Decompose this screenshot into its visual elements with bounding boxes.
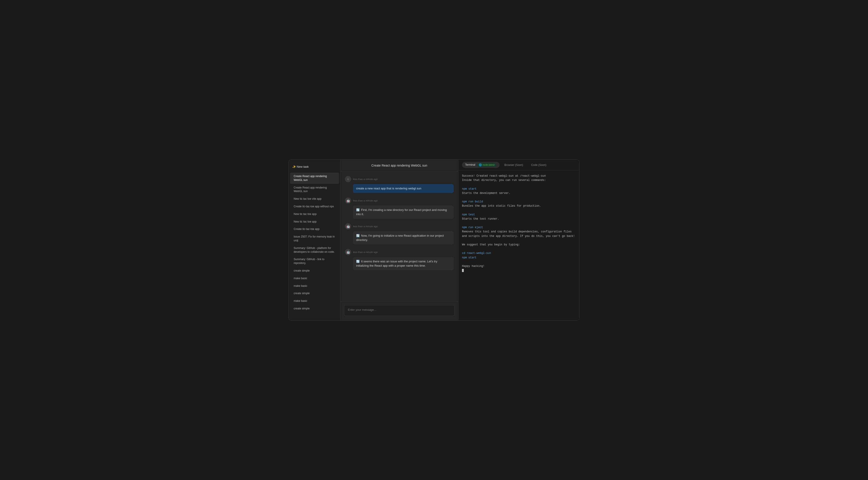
- message-group-msg-3: 🤖less than a minute ago🔄Now, I'm going t…: [345, 223, 454, 244]
- sidebar-item-item-13[interactable]: make basic: [290, 282, 339, 290]
- terminal-line: [462, 182, 576, 187]
- message-bubble: 🔄It seems there was an issue with the pr…: [353, 257, 454, 270]
- sidebar-item-item-15[interactable]: make basic: [290, 297, 339, 305]
- sidebar-item-item-16[interactable]: create simple: [290, 305, 339, 312]
- sidebar-item-item-7[interactable]: Create tic-tac-toe app: [290, 226, 339, 233]
- terminal-tab-tab-terminal[interactable]: Terminal 🌐 node:latest: [462, 162, 500, 168]
- sidebar-item-item-12[interactable]: make basic: [290, 275, 339, 282]
- sidebar-item-item-10[interactable]: Summary: GitHub - link to repository.: [290, 256, 339, 267]
- terminal-area: Terminal 🌐 node:latestBrowser (Soon)Code…: [458, 160, 579, 320]
- message-timestamp: less than a minute ago: [353, 178, 378, 180]
- avatar: 🤖: [345, 223, 351, 230]
- sidebar-item-item-11[interactable]: create simple: [290, 267, 339, 274]
- sidebar-item-item-6[interactable]: New tic tac toe app: [290, 218, 339, 226]
- sidebar-item-item-2[interactable]: Create React app rendering WebGL sun: [290, 184, 339, 195]
- sidebar-item-item-5[interactable]: New tic tac toe app: [290, 210, 339, 218]
- sidebar-item-item-1[interactable]: Create React app rendering WebGL sun: [290, 173, 339, 184]
- sidebar-item-item-14[interactable]: create simple: [290, 290, 339, 297]
- terminal-line: cd react-webgl-sun: [462, 251, 576, 256]
- new-task-button[interactable]: ✨ New task: [289, 163, 340, 170]
- terminal-line: [462, 260, 576, 264]
- terminal-line: [462, 208, 576, 213]
- status-icon: 🔄: [356, 259, 360, 264]
- terminal-line: npm run eject: [462, 226, 576, 230]
- terminal-line: [462, 196, 576, 200]
- terminal-line: Removes this tool and copies build depen…: [462, 230, 576, 234]
- chat-input-area: [340, 301, 458, 320]
- sidebar-item-item-8[interactable]: Issue 2507: Fix for memory leak in urql.: [290, 233, 339, 244]
- terminal-line: and scripts into the app directory. If y…: [462, 234, 576, 238]
- new-task-label: ✨ New task: [292, 165, 309, 168]
- terminal-line: Starts the development server.: [462, 191, 576, 196]
- terminal-line: npm test: [462, 213, 576, 217]
- sidebar-item-item-4[interactable]: Create tic-tac-toe app without npx: [290, 203, 339, 210]
- terminal-line: [462, 247, 576, 251]
- terminal-line: Bundles the app into static files for pr…: [462, 204, 576, 208]
- terminal-tab-tab-code[interactable]: Code (Soon): [528, 162, 550, 168]
- app-container: ✨ New task Create React app rendering We…: [288, 159, 580, 321]
- sidebar-item-item-9[interactable]: Summary: GitHub - platform for developer…: [290, 244, 339, 256]
- terminal-line: npm start: [462, 256, 576, 260]
- message-meta: 🤖less than a minute ago: [345, 249, 454, 255]
- terminal-line: Success! Created react-webgl-sun at /rea…: [462, 174, 576, 178]
- terminal-line: [462, 221, 576, 226]
- node-badge: 🌐 node:latest: [477, 163, 496, 167]
- message-meta: 🤖less than a minute ago: [345, 223, 454, 230]
- terminal-tab-tab-browser[interactable]: Browser (Soon): [501, 162, 526, 168]
- message-timestamp: less than a minute ago: [353, 225, 378, 228]
- terminal-line: Inside that directory, you can run sever…: [462, 178, 576, 182]
- status-icon: 🔄: [356, 234, 360, 238]
- tab-label: Terminal: [465, 163, 476, 166]
- sidebar-items: Create React app rendering WebGL sunCrea…: [289, 172, 340, 312]
- chat-messages: Uless than a minute agocreate a new reac…: [340, 172, 458, 301]
- status-icon: 🔄: [356, 208, 360, 212]
- avatar: 🤖: [345, 249, 351, 255]
- chat-area: Create React app rendering WebGL sun Ule…: [340, 160, 458, 320]
- terminal-line: npm start: [462, 187, 576, 191]
- terminal-line: Starts the test runner.: [462, 217, 576, 221]
- terminal-cursor: [462, 268, 576, 273]
- avatar: U: [345, 176, 351, 182]
- avatar: 🤖: [345, 198, 351, 204]
- message-group-msg-1: Uless than a minute agocreate a new reac…: [345, 176, 454, 193]
- message-group-msg-2: 🤖less than a minute ago🔄First, I'm creat…: [345, 198, 454, 219]
- message-bubble: create a new react app that is rendering…: [353, 184, 454, 193]
- message-timestamp: less than a minute ago: [353, 251, 378, 253]
- terminal-line: npm run build: [462, 200, 576, 204]
- terminal-line: We suggest that you begin by typing:: [462, 243, 576, 247]
- message-meta: 🤖less than a minute ago: [345, 198, 454, 204]
- terminal-line: Happy hacking!: [462, 264, 576, 268]
- terminal-line: [462, 238, 576, 243]
- chat-input[interactable]: [344, 305, 455, 316]
- terminal-tabs: Terminal 🌐 node:latestBrowser (Soon)Code…: [458, 160, 579, 170]
- sidebar-item-item-3[interactable]: New tic tac toe vite app: [290, 195, 339, 203]
- message-group-msg-4: 🤖less than a minute ago🔄It seems there w…: [345, 249, 454, 270]
- message-bubble: 🔄Now, I'm going to initialize a new Reac…: [353, 231, 454, 244]
- sidebar: ✨ New task Create React app rendering We…: [289, 160, 340, 320]
- message-timestamp: less than a minute ago: [353, 199, 378, 202]
- terminal-content: Success! Created react-webgl-sun at /rea…: [458, 170, 579, 320]
- message-bubble: 🔄First, I'm creating a new directory for…: [353, 206, 454, 219]
- message-meta: Uless than a minute ago: [345, 176, 454, 182]
- chat-header: Create React app rendering WebGL sun: [340, 160, 458, 172]
